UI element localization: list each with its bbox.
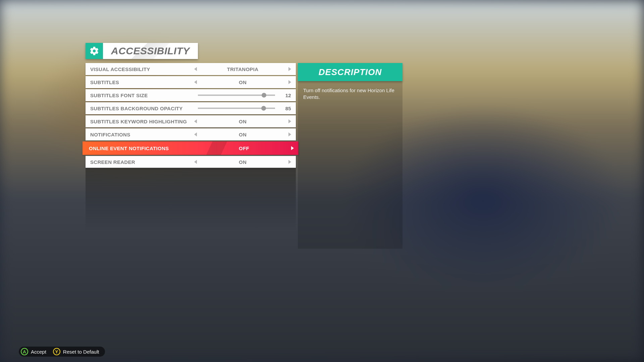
setting-control: 85 bbox=[194, 106, 291, 111]
setting-control: ON bbox=[194, 79, 291, 85]
menu-header: ACCESSIBILITY bbox=[86, 43, 198, 59]
setting-label: SUBTITLES bbox=[90, 79, 194, 85]
setting-label: SUBTITLES FONT SIZE bbox=[90, 93, 194, 98]
setting-row-subtitles-keyword-highlighting[interactable]: SUBTITLES KEYWORD HIGHLIGHTINGON bbox=[86, 115, 296, 127]
accept-label: Accept bbox=[31, 349, 46, 355]
setting-control: OFF bbox=[194, 145, 294, 151]
setting-value: OFF bbox=[197, 145, 291, 151]
setting-label: ONLINE EVENT NOTIFICATIONS bbox=[87, 145, 194, 151]
arrow-right-icon[interactable] bbox=[288, 119, 291, 123]
arrow-right-icon[interactable] bbox=[291, 146, 294, 150]
slider-track[interactable] bbox=[198, 95, 275, 96]
slider-track[interactable] bbox=[198, 108, 275, 109]
arrow-left-icon[interactable] bbox=[194, 119, 197, 123]
setting-control: ON bbox=[194, 132, 291, 137]
arrow-left-icon[interactable] bbox=[194, 160, 197, 164]
setting-row-online-event-notifications[interactable]: ONLINE EVENT NOTIFICATIONSOFF bbox=[83, 141, 299, 155]
slider-thumb[interactable] bbox=[261, 106, 266, 111]
arrow-right-icon[interactable] bbox=[288, 67, 291, 71]
setting-row-subtitles-font-size[interactable]: SUBTITLES FONT SIZE12 bbox=[86, 89, 296, 101]
arrow-left-icon[interactable] bbox=[194, 67, 197, 71]
arrow-left-icon[interactable] bbox=[194, 80, 197, 84]
slider-thumb[interactable] bbox=[262, 93, 266, 98]
setting-control: TRITANOPIA bbox=[194, 66, 291, 72]
setting-row-subtitles[interactable]: SUBTITLESON bbox=[86, 76, 296, 88]
a-button-icon: A bbox=[21, 348, 28, 355]
reset-hint: Y Reset to Default bbox=[53, 348, 99, 355]
arrow-right-icon[interactable] bbox=[288, 80, 291, 84]
accept-hint: A Accept bbox=[21, 348, 46, 355]
setting-value: ON bbox=[197, 159, 288, 165]
description-body: Turn off notifications for new Horizon L… bbox=[298, 81, 402, 249]
setting-label: NOTIFICATIONS bbox=[90, 132, 194, 137]
arrow-right-icon[interactable] bbox=[288, 160, 291, 164]
setting-value: TRITANOPIA bbox=[197, 66, 288, 72]
reset-label: Reset to Default bbox=[63, 349, 99, 355]
setting-row-visual-accessibility[interactable]: VISUAL ACCESSIBILITYTRITANOPIA bbox=[86, 63, 296, 75]
description-panel: DESCRIPTION Turn off notifications for n… bbox=[298, 63, 402, 249]
footer-hints: A Accept Y Reset to Default bbox=[19, 347, 105, 357]
setting-label: SUBTITLES KEYWORD HIGHLIGHTING bbox=[90, 119, 194, 124]
y-button-icon: Y bbox=[53, 348, 60, 355]
arrow-right-icon[interactable] bbox=[288, 132, 291, 136]
setting-row-notifications[interactable]: NOTIFICATIONSON bbox=[86, 128, 296, 140]
slider-value: 12 bbox=[278, 93, 291, 98]
menu-title: ACCESSIBILITY bbox=[103, 43, 198, 59]
setting-row-subtitles-background-opacity[interactable]: SUBTITLES BACKGROUND OPACITY85 bbox=[86, 102, 296, 114]
gear-icon bbox=[86, 43, 103, 59]
setting-value: ON bbox=[197, 119, 288, 124]
setting-row-screen-reader[interactable]: SCREEN READERON bbox=[86, 156, 296, 168]
setting-value: ON bbox=[197, 132, 288, 137]
description-title: DESCRIPTION bbox=[298, 63, 402, 81]
setting-value: ON bbox=[197, 79, 288, 85]
setting-label: SCREEN READER bbox=[90, 159, 194, 165]
arrow-left-icon[interactable] bbox=[194, 132, 197, 136]
setting-label: SUBTITLES BACKGROUND OPACITY bbox=[90, 106, 194, 111]
setting-control: 12 bbox=[194, 93, 291, 98]
setting-control: ON bbox=[194, 119, 291, 124]
slider-value: 85 bbox=[278, 106, 291, 111]
setting-control: ON bbox=[194, 159, 291, 165]
setting-label: VISUAL ACCESSIBILITY bbox=[90, 66, 194, 72]
